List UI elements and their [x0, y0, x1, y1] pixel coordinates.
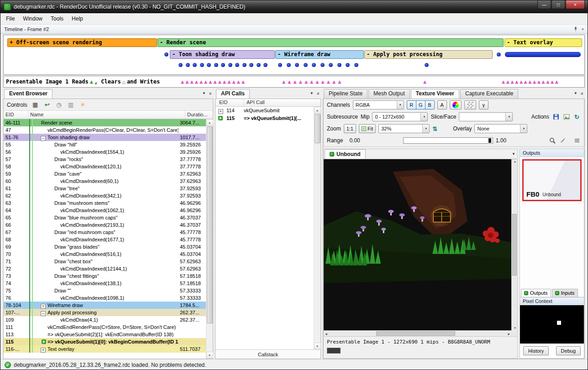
draw-dot[interactable]: [329, 63, 333, 67]
event-row[interactable]: 66vkCmdDrawIndexed(2193,1)46.37037: [4, 221, 206, 229]
event-row[interactable]: 109vkCmdDraw(4,1)262.37...: [4, 316, 206, 323]
scroll-up-icon[interactable]: ▲: [206, 119, 213, 126]
draw-dot[interactable]: [207, 63, 211, 67]
scroll-up-icon[interactable]: ▲: [514, 160, 516, 163]
expand-icon[interactable]: +: [41, 348, 46, 353]
scrollbar-thumb[interactable]: [207, 126, 213, 323]
timeline-canvas[interactable]: + Off-screen scene rendering- Render sce…: [3, 35, 585, 75]
pixel-context-view[interactable]: [520, 305, 584, 344]
event-row[interactable]: 63Draw "mushroom stems"46.96296: [4, 199, 206, 207]
draw-dot[interactable]: [320, 63, 325, 67]
menu-tools[interactable]: Tools: [47, 14, 68, 23]
timeline-marker-bar[interactable]: + Off-screen scene rendering: [7, 38, 157, 47]
event-row[interactable]: 59Draw "cave"37.62963: [4, 170, 206, 177]
flip-y-icon[interactable]: ⇅: [432, 125, 437, 132]
draw-dot[interactable]: [263, 63, 268, 67]
checkerboard-background-button[interactable]: [464, 100, 476, 109]
draw-dot[interactable]: [221, 63, 225, 67]
gamma-button[interactable]: γ: [479, 100, 488, 109]
draw-dot[interactable]: [295, 63, 299, 67]
slice-face-combo[interactable]: ▼: [459, 112, 513, 121]
timeline-close-icon[interactable]: ×: [582, 27, 584, 31]
timeline-marker-bar[interactable]: - Render scene: [158, 38, 504, 47]
timeline-marker-bar[interactable]: - Apply post processing: [364, 50, 493, 59]
callstack-label[interactable]: Callstack: [215, 349, 320, 359]
pin-icon[interactable]: [573, 26, 578, 31]
tab-pipeline-state[interactable]: Pipeline State: [324, 89, 368, 99]
draw-dot[interactable]: [186, 63, 190, 67]
draw-dot[interactable]: [228, 63, 232, 67]
tab-outputs[interactable]: Outputs: [521, 289, 551, 297]
texture-list-dropdown-icon[interactable]: ▼: [512, 152, 515, 156]
panel-close-icon[interactable]: ×: [209, 92, 212, 95]
event-row[interactable]: 75Draw ""57.33333: [4, 287, 206, 294]
event-row[interactable]: 61Draw "tree"37.92593: [4, 185, 206, 192]
draw-dot[interactable]: [214, 63, 218, 67]
range-slider-handle[interactable]: [488, 138, 491, 143]
save-icon[interactable]: [552, 113, 560, 121]
column-duration[interactable]: Duratio...: [185, 111, 213, 119]
draw-dot[interactable]: [249, 63, 253, 67]
panel-menu-icon[interactable]: ▼: [202, 91, 206, 95]
draw-dot[interactable]: [354, 63, 358, 67]
zoom-range-icon[interactable]: [548, 137, 556, 145]
draw-dot[interactable]: [193, 63, 197, 67]
draw-dot[interactable]: [178, 63, 183, 67]
event-row[interactable]: 107-...−Apply post processing262.37...: [4, 309, 206, 316]
event-row[interactable]: 76vkCmdDrawIndexed(1098,1)57.33333: [4, 294, 206, 302]
zoom-fit-button[interactable]: Fit: [359, 124, 376, 133]
red-channel-button[interactable]: R: [407, 100, 416, 109]
draw-dot[interactable]: [346, 63, 350, 67]
tab-api-calls[interactable]: API Calls: [216, 89, 250, 99]
range-options-icon[interactable]: [573, 137, 581, 145]
collapse-icon[interactable]: −: [41, 311, 46, 316]
mip-combo[interactable]: 0 - 1272x690 ▼: [372, 112, 428, 121]
column-name[interactable]: Name: [28, 111, 185, 119]
event-row[interactable]: 55Draw "hill"39.25926: [4, 141, 206, 148]
scroll-left-icon[interactable]: ◀: [325, 332, 327, 335]
event-browser-column-header[interactable]: EID Name Duratio...: [4, 111, 213, 119]
overlay-combo[interactable]: None ▼: [474, 124, 527, 133]
scroll-right-icon[interactable]: ▶: [508, 332, 510, 335]
event-row[interactable]: 60vkCmdDrawIndexed(60,1)37.62963: [4, 177, 206, 185]
texture-tab-unbound[interactable]: Unbound: [325, 149, 366, 159]
tab-event-browser[interactable]: Event Browser: [4, 89, 52, 99]
timeline-marker-bar[interactable]: - Text overlay: [504, 38, 582, 47]
timeline-marker-bar[interactable]: - Toon shading draw: [170, 50, 275, 59]
open-image-icon[interactable]: [562, 113, 570, 121]
event-row[interactable]: 57Draw "rocks"37.77778: [4, 156, 206, 163]
event-row[interactable]: 74vkCmdDrawIndexed(138,1)57.18518: [4, 280, 206, 287]
event-row[interactable]: 116-...+Text overlay511.7037: [4, 345, 206, 353]
bookmark-star-icon[interactable]: ✳: [79, 101, 87, 109]
scroll-down-icon[interactable]: ▼: [514, 327, 516, 329]
write-triangles[interactable]: ▲▲▲▲▲▲▲▲▲▲▲▲▲: [502, 78, 559, 85]
draw-dot[interactable]: [235, 63, 239, 67]
event-row[interactable]: 115=> vkQueueSubmit(1)[0]: vkBeginComman…: [4, 338, 206, 345]
autofit-wand-icon[interactable]: [559, 137, 567, 145]
minimize-button[interactable]: —: [537, 0, 551, 9]
draw-dot[interactable]: [497, 52, 501, 57]
event-row[interactable]: 68vkCmdDrawIndexed(1677,1)45.77778: [4, 236, 206, 243]
draw-dot[interactable]: [287, 63, 291, 67]
menu-file[interactable]: File: [2, 14, 19, 23]
event-row[interactable]: 72vkCmdDrawIndexed(12144,1)57.62963: [4, 265, 206, 272]
draw-dot[interactable]: [278, 63, 282, 67]
tab-texture-viewer[interactable]: Texture Viewer: [411, 89, 459, 99]
event-row[interactable]: 62vkCmdDrawIndexed(342,1)37.92593: [4, 192, 206, 199]
panel-menu-icon[interactable]: ▼: [574, 91, 578, 95]
menu-window[interactable]: Window: [19, 14, 47, 23]
column-eid[interactable]: EID: [215, 99, 244, 106]
tab-inputs[interactable]: Inputs: [552, 289, 578, 297]
event-row[interactable]: 56vkCmdDrawIndexed(1554,1)39.25926: [4, 148, 206, 156]
title-bar[interactable]: debugmarker.rdc - RenderDoc Unofficial r…: [0, 0, 588, 13]
api-call-row[interactable]: +114vkQueueSubmit: [215, 107, 314, 115]
panel-close-icon[interactable]: ×: [317, 92, 320, 95]
refresh-icon[interactable]: ↻: [573, 113, 581, 121]
close-button[interactable]: ×: [566, 0, 585, 9]
scrollbar-thumb[interactable]: [315, 114, 320, 143]
event-browser-scrollbar[interactable]: ▲ ▼: [206, 119, 213, 359]
texture-view[interactable]: ▲▼ ◀▶: [324, 159, 517, 336]
tab-mesh-output[interactable]: Mesh Output: [368, 89, 410, 99]
event-row[interactable]: 47vkCmdBeginRenderPass(C=Clear, D=Clear,…: [4, 126, 206, 134]
table-icon[interactable]: ▦: [31, 101, 39, 109]
